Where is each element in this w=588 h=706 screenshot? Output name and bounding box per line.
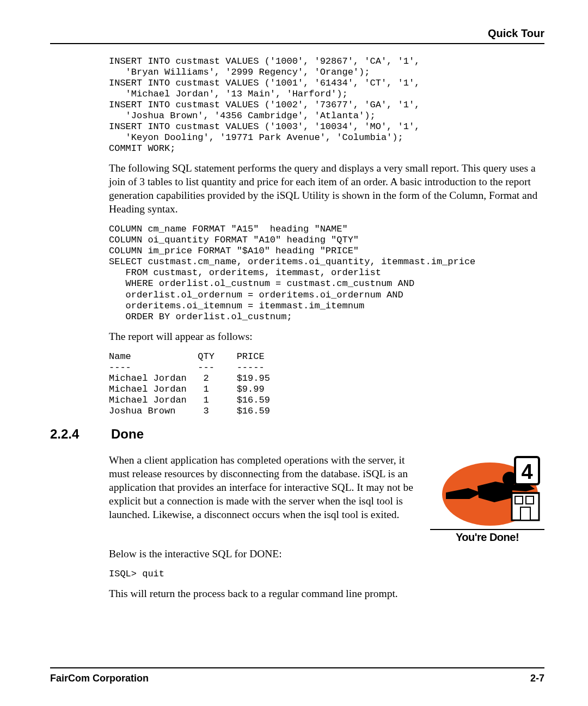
page-header: Quick Tour xyxy=(50,27,544,44)
page-footer: FairCom Corporation 2-7 xyxy=(50,667,544,684)
paragraph-query-intro: The following SQL statement performs the… xyxy=(109,162,544,216)
figure-rule xyxy=(430,529,544,530)
done-row: When a client application has completed … xyxy=(109,454,544,547)
badge-number: 4 xyxy=(521,460,532,483)
svg-rect-3 xyxy=(515,496,523,504)
paragraph-report-intro: The report will appear as follows: xyxy=(109,330,544,344)
svg-rect-4 xyxy=(526,496,534,504)
header-title: Quick Tour xyxy=(488,27,544,39)
code-block-quit: ISQL> quit xyxy=(109,569,544,580)
section-heading: 2.2.4 Done xyxy=(50,427,544,442)
svg-rect-5 xyxy=(520,507,530,520)
code-block-select: COLUMN cm_name FORMAT "A15" heading "NAM… xyxy=(109,224,544,322)
footer-page-number: 2-7 xyxy=(530,673,544,684)
done-text: When a client application has completed … xyxy=(109,454,417,530)
section-number: 2.2.4 xyxy=(50,427,109,442)
paragraph-done-return: This will return the process back to a r… xyxy=(109,587,544,601)
section-content: When a client application has completed … xyxy=(109,454,544,601)
section-title: Done xyxy=(111,427,144,442)
document-page: Quick Tour INSERT INTO custmast VALUES (… xyxy=(0,0,588,706)
code-block-insert: INSERT INTO custmast VALUES ('1000', '92… xyxy=(109,56,544,154)
badge-icon: 4 xyxy=(515,457,539,484)
figure-caption: You're Done! xyxy=(430,531,544,544)
figure-done: 4 You're Done! xyxy=(430,455,544,547)
paragraph-done-sql: Below is the interactive SQL for DONE: xyxy=(109,547,544,561)
footer-company: FairCom Corporation xyxy=(50,673,149,684)
done-illustration-icon: 4 xyxy=(430,455,544,527)
code-block-report: Name QTY PRICE ---- --- ----- Michael Jo… xyxy=(109,351,544,417)
page-content: INSERT INTO custmast VALUES ('1000', '92… xyxy=(109,56,544,417)
paragraph-done-desc: When a client application has completed … xyxy=(109,454,417,522)
